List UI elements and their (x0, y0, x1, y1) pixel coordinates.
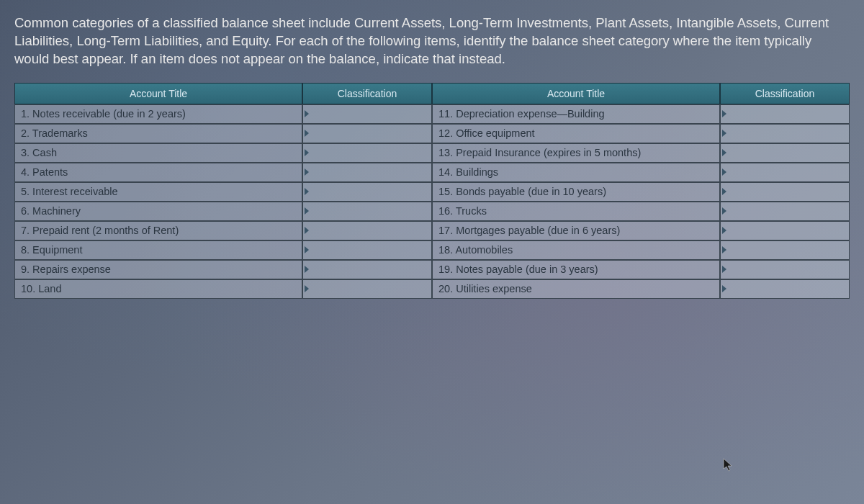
account-title-cell: 11. Depreciation expense—Building (432, 104, 720, 124)
classification-dropdown[interactable] (302, 143, 432, 163)
table-row: 13. Prepaid Insurance (expires in 5 mont… (432, 143, 850, 163)
classification-dropdown[interactable] (302, 221, 432, 240)
dropdown-arrow-icon (305, 266, 309, 273)
table-row: 8. Equipment (14, 240, 432, 260)
dropdown-arrow-icon (305, 110, 309, 117)
table-row: 3. Cash (14, 143, 432, 163)
classification-dropdown[interactable] (720, 104, 850, 124)
classification-dropdown[interactable] (302, 163, 432, 182)
dropdown-arrow-icon (305, 246, 309, 253)
classification-dropdown[interactable] (302, 260, 432, 279)
table-row: 2. Trademarks (14, 124, 432, 143)
mouse-cursor-icon (723, 458, 734, 475)
classification-dropdown[interactable] (302, 279, 432, 299)
dropdown-arrow-icon (722, 227, 726, 234)
table-row: 18. Automobiles (432, 240, 850, 260)
instructions-text: Common categories of a classified balanc… (14, 14, 850, 68)
classification-dropdown[interactable] (302, 182, 432, 202)
classification-dropdown[interactable] (720, 124, 850, 143)
table-row: 7. Prepaid rent (2 months of Rent) (14, 221, 432, 240)
table-row: 20. Utilities expense (432, 279, 850, 299)
table-row: 9. Repairs expense (14, 260, 432, 279)
classification-dropdown[interactable] (720, 260, 850, 279)
account-title-cell: 9. Repairs expense (14, 260, 302, 279)
account-title-cell: 10. Land (14, 279, 302, 299)
classification-dropdown[interactable] (302, 240, 432, 260)
dropdown-arrow-icon (722, 149, 726, 156)
classification-dropdown[interactable] (720, 221, 850, 240)
classification-dropdown[interactable] (302, 104, 432, 124)
account-title-cell: 8. Equipment (14, 240, 302, 260)
account-title-cell: 15. Bonds payable (due in 10 years) (432, 182, 720, 202)
account-title-cell: 3. Cash (14, 143, 302, 163)
dropdown-arrow-icon (722, 130, 726, 137)
header-account-title-right: Account Title (432, 83, 720, 104)
account-title-cell: 19. Notes payable (due in 3 years) (432, 260, 720, 279)
table-row: 16. Trucks (432, 202, 850, 221)
table-row: 4. Patents (14, 163, 432, 182)
account-title-cell: 12. Office equipment (432, 124, 720, 143)
account-title-cell: 5. Interest receivable (14, 182, 302, 202)
header-row-right: Account Title Classification (432, 83, 850, 104)
account-title-cell: 20. Utilities expense (432, 279, 720, 299)
table-row: 12. Office equipment (432, 124, 850, 143)
dropdown-arrow-icon (305, 207, 309, 215)
dropdown-arrow-icon (305, 227, 309, 234)
table-row: 6. Machinery (14, 202, 432, 221)
classification-dropdown[interactable] (720, 279, 850, 299)
dropdown-arrow-icon (722, 285, 726, 292)
dropdown-arrow-icon (722, 188, 726, 195)
account-title-cell: 7. Prepaid rent (2 months of Rent) (14, 221, 302, 240)
dropdown-arrow-icon (722, 246, 726, 253)
classification-dropdown[interactable] (720, 163, 850, 182)
account-title-cell: 6. Machinery (14, 202, 302, 221)
account-title-cell: 17. Mortgages payable (due in 6 years) (432, 221, 720, 240)
dropdown-arrow-icon (722, 207, 726, 215)
dropdown-arrow-icon (305, 188, 309, 195)
dropdown-arrow-icon (305, 130, 309, 137)
table-right-half: Account Title Classification 11. Depreci… (432, 83, 850, 299)
table-row: 5. Interest receivable (14, 182, 432, 202)
dropdown-arrow-icon (305, 285, 309, 292)
table-row: 17. Mortgages payable (due in 6 years) (432, 221, 850, 240)
classification-dropdown[interactable] (720, 202, 850, 221)
table-left-half: Account Title Classification 1. Notes re… (14, 83, 432, 299)
dropdown-arrow-icon (722, 266, 726, 273)
account-title-cell: 14. Buildings (432, 163, 720, 182)
dropdown-arrow-icon (722, 168, 726, 176)
classification-dropdown[interactable] (302, 124, 432, 143)
table-row: 15. Bonds payable (due in 10 years) (432, 182, 850, 202)
table-row: 14. Buildings (432, 163, 850, 182)
classification-dropdown[interactable] (720, 182, 850, 202)
account-title-cell: 4. Patents (14, 163, 302, 182)
account-title-cell: 1. Notes receivable (due in 2 years) (14, 104, 302, 124)
header-account-title-left: Account Title (14, 83, 302, 104)
header-classification-right: Classification (720, 83, 850, 104)
account-title-cell: 2. Trademarks (14, 124, 302, 143)
dropdown-arrow-icon (305, 149, 309, 156)
table-row: 1. Notes receivable (due in 2 years) (14, 104, 432, 124)
classification-dropdown[interactable] (720, 143, 850, 163)
header-classification-left: Classification (302, 83, 432, 104)
table-row: 10. Land (14, 279, 432, 299)
balance-sheet-table: Account Title Classification 1. Notes re… (14, 83, 850, 299)
dropdown-arrow-icon (722, 110, 726, 117)
classification-dropdown[interactable] (302, 202, 432, 221)
header-row-left: Account Title Classification (14, 83, 432, 104)
account-title-cell: 18. Automobiles (432, 240, 720, 260)
account-title-cell: 13. Prepaid Insurance (expires in 5 mont… (432, 143, 720, 163)
table-row: 19. Notes payable (due in 3 years) (432, 260, 850, 279)
account-title-cell: 16. Trucks (432, 202, 720, 221)
classification-dropdown[interactable] (720, 240, 850, 260)
table-row: 11. Depreciation expense—Building (432, 104, 850, 124)
dropdown-arrow-icon (305, 168, 309, 176)
